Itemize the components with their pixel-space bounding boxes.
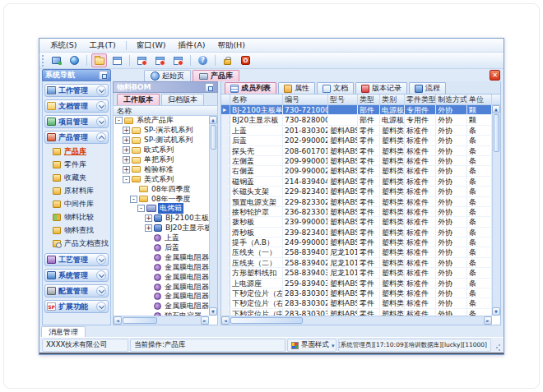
monitor-button[interactable] <box>49 53 64 67</box>
folder-button[interactable] <box>91 53 107 67</box>
window-red-button[interactable] <box>152 53 168 67</box>
bom-pin-icon[interactable] <box>205 83 214 92</box>
scroll-up-icon[interactable] <box>492 105 500 113</box>
sidebar-item-extension[interactable]: 扩展功能 <box>44 300 109 313</box>
sidebar-item-part-lib[interactable]: 零件库 <box>53 159 109 170</box>
tree-node[interactable]: -08年一季度 <box>114 194 209 204</box>
table-row[interactable]: BJ20主显示板730-828000-04X部件电源板专用件外协颗 <box>221 115 500 125</box>
sidebar-item-project-mgmt[interactable]: 项目管理 <box>44 115 109 128</box>
column-header-4[interactable]: 类别 <box>380 95 405 104</box>
table-row[interactable]: 提手（A.B）249-990001-01X塑料ABS零件塑料类标准件外协条 <box>221 238 500 247</box>
table-row[interactable]: 上电源座259-839403-00X塑料ABS零件塑料类标准件外协条 <box>221 279 500 288</box>
lock-button[interactable] <box>220 53 235 67</box>
sidebar-item-product-mgmt[interactable]: 产品管理 <box>44 131 109 144</box>
table-row[interactable]: 上盖201-830302-00X塑料ABS零件塑料类标准件外协条 <box>221 126 500 136</box>
sidebar-item-product-doc-search[interactable]: 产品文档查找 <box>53 238 109 249</box>
table-row[interactable]: 磁钢盖214-839404-01X塑料ABS零件塑料类标准件外协条 <box>221 177 500 187</box>
table-horizontal-scrollbar[interactable] <box>221 316 492 325</box>
column-header-7[interactable]: 单位 <box>467 95 492 104</box>
tree-node[interactable]: +BJ20主显示板 <box>114 224 209 233</box>
sidebar-item-material-search[interactable]: 物料查找 <box>53 224 109 236</box>
tree-node[interactable]: +欧式系列 <box>114 145 209 155</box>
sidebar-item-config-mgmt[interactable]: 配置管理 <box>44 284 109 297</box>
menu-item-5[interactable]: 帮助(H) <box>211 39 251 52</box>
sidebar-item-product-lib[interactable]: 产品库 <box>53 145 109 157</box>
menu-item-0[interactable]: 系统(S) <box>44 39 82 52</box>
tree-node[interactable]: 金属膜电阻器 <box>114 272 209 282</box>
tree-node[interactable]: 金属膜电阻器 <box>114 292 209 302</box>
menu-item-3[interactable]: 窗口(W) <box>131 39 172 52</box>
table-row[interactable]: 下秒定位片（左）283-830301-00X塑料ABS零件塑料类标准件外协条 <box>221 288 500 298</box>
table-row[interactable]: 后盖202-990002-01X塑料ABS零件塑料类标准件外协条 <box>221 136 500 145</box>
table-row[interactable]: 下秒定位片（中）283-830303-00X塑料ABS零件塑料类标准件外协条 <box>221 309 500 316</box>
tab-version-1[interactable]: 归档版本 <box>161 94 204 105</box>
menu-item-4[interactable]: 插件(A) <box>172 39 211 52</box>
expander-plus-icon[interactable]: + <box>145 214 152 222</box>
expander-plus-icon[interactable]: + <box>123 127 130 134</box>
sidebar-item-favorites[interactable]: 收藏夹 <box>53 172 109 183</box>
tab-version-0[interactable]: 工作版本 <box>117 94 160 105</box>
sidebar-item-process-mgmt[interactable]: 工艺管理 <box>44 253 109 266</box>
tree-node[interactable]: -系统产品库 <box>114 116 209 126</box>
column-header-6[interactable]: 制造方式 <box>436 95 467 104</box>
sidebar-item-material-compare[interactable]: 物料比较 <box>53 211 109 223</box>
interface-style-dropdown[interactable]: 界面样式 <box>287 339 336 352</box>
sidebar-item-system-mgmt[interactable]: 系统管理 <box>44 269 109 282</box>
table-vscroll-thumb[interactable] <box>494 114 499 152</box>
tree-node[interactable]: -电烤箱 <box>114 204 209 214</box>
resize-grip[interactable] <box>493 339 501 352</box>
chevron-down-icon[interactable] <box>96 117 106 127</box>
expander-minus-icon[interactable]: - <box>137 205 145 212</box>
globe-button[interactable] <box>67 53 82 67</box>
scroll-left-icon[interactable] <box>114 316 122 325</box>
table-row[interactable]: 长磁头支架229-823401-00X塑料ABS零件塑料类标准件外协条 <box>221 187 500 196</box>
tree-vertical-scrollbar[interactable] <box>209 116 217 316</box>
tab-workflow[interactable]: 流程 <box>409 82 446 94</box>
tree-node[interactable]: +SP-演示机系列 <box>114 126 209 136</box>
tree-node[interactable]: +检验标准 <box>114 164 209 174</box>
scroll-right-icon[interactable] <box>484 316 492 325</box>
close-icon[interactable] <box>490 70 500 81</box>
toolbar-grip[interactable] <box>42 55 44 67</box>
tree-node[interactable]: +单把系列 <box>114 155 209 165</box>
tab-documents[interactable]: 文档 <box>317 82 354 94</box>
tree-hscroll-thumb[interactable] <box>123 317 157 324</box>
expander-plus-icon[interactable]: + <box>123 156 130 164</box>
table-row[interactable]: 右侧盖209-990002-01X塑料ABS零件塑料类标准件外协条 <box>221 166 500 176</box>
table-row[interactable]: 滑秒板239-823401-00X塑料ABS零件塑料类标准件外协条 <box>221 228 500 238</box>
tab-properties[interactable]: 属性 <box>278 82 315 94</box>
stop-button[interactable] <box>238 53 253 67</box>
tree-node[interactable]: +SP-测试机系列 <box>114 136 209 145</box>
sidebar-item-doc-mgmt[interactable]: 文档管理 <box>44 99 109 113</box>
tree-node[interactable]: 金属膜电阻器 <box>114 252 209 262</box>
table-row[interactable]: 拨秒板239-990001-01X塑料ABS零件塑料类标准件外协条 <box>221 217 500 227</box>
chevron-down-icon[interactable] <box>96 302 106 311</box>
tree-node[interactable]: 上盖 <box>114 233 209 243</box>
help-button[interactable] <box>195 53 211 67</box>
tree-horizontal-scrollbar[interactable] <box>114 316 209 325</box>
column-header-0[interactable]: 名称 <box>230 95 283 104</box>
chevron-down-icon[interactable] <box>96 101 106 111</box>
scroll-right-icon[interactable] <box>201 316 209 325</box>
scroll-down-icon[interactable] <box>209 307 217 316</box>
sidebar-item-raw-material-lib[interactable]: 原材料库 <box>53 185 109 196</box>
chevron-down-icon[interactable] <box>96 255 106 265</box>
column-header-5[interactable]: 零件类型 <box>405 95 436 104</box>
pin-icon[interactable] <box>99 71 108 80</box>
chevron-down-icon[interactable] <box>96 286 106 296</box>
doc-new-button[interactable] <box>134 53 150 67</box>
scroll-down-icon[interactable] <box>492 307 500 316</box>
column-header-1[interactable]: 编号 <box>283 95 328 104</box>
table-row[interactable]: 方形塑料线扣258-839403-00X尼龙1010零件塑料类标准件外协条 <box>221 268 500 278</box>
tab-start-page[interactable]: 起始页 <box>144 70 191 81</box>
tab-member-list[interactable]: 成员列表 <box>225 82 276 94</box>
grid-button[interactable] <box>109 53 125 67</box>
tree-column-header[interactable]: 名称 <box>113 105 218 116</box>
expander-plus-icon[interactable]: + <box>145 224 152 232</box>
column-header-3[interactable]: 类型 <box>358 95 380 104</box>
expander-plus-icon[interactable]: + <box>123 166 130 173</box>
tree-node[interactable]: 后盖 <box>114 243 209 253</box>
window-red-2-button[interactable] <box>170 53 186 67</box>
tree-node[interactable]: 金属膜电阻器 <box>114 282 209 292</box>
table-row[interactable]: 左侧盖209-990001-01X塑料ABS零件塑料类标准件外协条 <box>221 156 500 166</box>
